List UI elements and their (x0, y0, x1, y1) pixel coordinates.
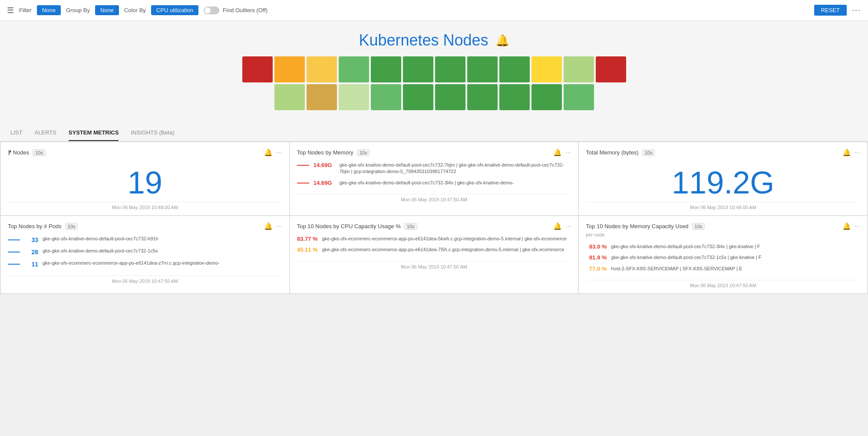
filter-button[interactable]: None (37, 5, 61, 15)
card-top-nodes-pods: Top Nodes by # Pods 10s 🔔 ··· 33 gke-gke… (1, 216, 289, 293)
tile-row1-10[interactable] (564, 56, 594, 82)
hero-section: Kubernetes Nodes 🔔 (0, 21, 868, 124)
tile-row1-5[interactable] (403, 56, 433, 82)
line-indicator (8, 239, 20, 240)
bell-icon[interactable]: 🔔 (553, 148, 562, 157)
find-outliers-toggle[interactable] (204, 7, 219, 14)
line-indicator (8, 252, 20, 252)
list-item: 11 gke-gke-sfx-ecommerc-ecommerce-app-po… (8, 260, 282, 268)
card-timestamp: Mon 06 May 2019 10:48:00 AM (8, 202, 282, 210)
card-total-memory: Total Memory (bytes) 10s 🔔 ··· 119.2G Mo… (579, 142, 867, 215)
more-icon[interactable]: ··· (855, 223, 860, 230)
tab-list[interactable]: LIST (10, 124, 22, 141)
tile-row1-11[interactable] (596, 56, 626, 82)
card-top-10-memory-capacity: Top 10 Nodes by Memory Capacity Used 10s… (579, 216, 867, 293)
tab-alerts[interactable]: ALERTS (34, 124, 56, 141)
bell-icon[interactable]: 🔔 (495, 34, 509, 47)
metric-value: 77.0 % (586, 266, 607, 272)
metric-label: gke-gke-sfx-ecommerc-ecommerce-app-po-e6… (322, 236, 567, 242)
tile-row1-8[interactable] (499, 56, 530, 82)
reset-button[interactable]: RESET (814, 5, 847, 16)
tiles-row-1 (242, 56, 626, 82)
list-item: 77.0 % host-2-SFX-K8S-SERVICEMAP | SFX-K… (586, 266, 860, 272)
tile-row2-9[interactable] (564, 84, 594, 110)
tile-row2-3[interactable] (371, 84, 401, 110)
metric-value: 11 (23, 261, 38, 268)
more-button[interactable]: ··· (852, 6, 861, 15)
more-icon[interactable]: ··· (855, 149, 860, 157)
bell-icon[interactable]: 🔔 (842, 148, 851, 157)
list-item: 14.69G gke-gke-sfx-knative-demo-default-… (297, 180, 571, 186)
more-icon[interactable]: ··· (565, 223, 571, 230)
find-outliers-toggle-group: Find Outliers (Off) (204, 7, 267, 14)
tile-row2-8[interactable] (531, 84, 562, 110)
filter-label: Filter (19, 7, 32, 13)
toggle-knob (205, 7, 211, 13)
card-badge: 10s (357, 149, 370, 156)
more-icon[interactable]: ··· (565, 149, 571, 157)
list-item: 33 gke-gke-sfx-knative-demo-default-pool… (8, 236, 282, 243)
tile-row2-4[interactable] (403, 84, 433, 110)
more-icon[interactable]: ··· (276, 223, 282, 230)
card-header: ⁋ Nodes 10s 🔔 ··· (8, 148, 282, 157)
metrics-grid: ⁋ Nodes 10s 🔔 ··· 19 Mon 06 May 2019 10:… (0, 141, 868, 294)
hamburger-icon[interactable]: ☰ (7, 6, 14, 15)
tile-row2-2[interactable] (339, 84, 369, 110)
line-indicator (8, 264, 20, 265)
list-item: 83.0 % gke-gke-sfx-knative-demo-default-… (586, 243, 860, 250)
card-actions: 🔔 ··· (553, 148, 571, 157)
color-by-button[interactable]: CPU utilization (151, 5, 198, 15)
tiles-container (242, 56, 626, 110)
card-timestamp: Mon 06 May 2019 10:47:50 AM (586, 280, 860, 288)
tabs-bar: LIST ALERTS SYSTEM METRICS INSIGHTS (Bet… (0, 124, 868, 141)
tile-row1-0[interactable] (242, 56, 273, 82)
card-top-nodes-memory: Top Nodes by Memory 10s 🔔 ··· 14.69G gke… (290, 142, 578, 215)
card-header: Top Nodes by # Pods 10s 🔔 ··· (8, 222, 282, 230)
card-actions: 🔔 ··· (264, 222, 282, 230)
tile-row1-2[interactable] (307, 56, 337, 82)
card-timestamp: Mon 06 May 2019 10:48:00 AM (586, 202, 860, 210)
tile-row1-6[interactable] (435, 56, 465, 82)
card-actions: 🔔 ··· (842, 148, 860, 157)
more-icon[interactable]: ··· (276, 149, 282, 157)
card-header: Total Memory (bytes) 10s 🔔 ··· (586, 148, 860, 157)
list-item: 28 gke-gke-sfx-knative-demo-default-pool… (8, 248, 282, 256)
tab-insights[interactable]: INSIGHTS (Beta) (131, 124, 174, 141)
tile-row1-4[interactable] (371, 56, 401, 82)
bell-icon[interactable]: 🔔 (264, 148, 273, 157)
tile-row2-1[interactable] (307, 84, 337, 110)
metric-label: gke-gke-sfx-ecommerc-ecommerce-app-po-e6… (43, 260, 220, 266)
big-number: 119.2G (586, 158, 860, 202)
card-title: Top 10 Nodes by CPU Capacity Usage % (297, 223, 401, 229)
metric-value: 83.77 % (297, 236, 318, 242)
tile-row2-6[interactable] (467, 84, 498, 110)
card-actions: 🔔 ··· (553, 222, 571, 230)
card-badge: 10s (65, 223, 78, 230)
card-title: ⁋ Nodes (8, 149, 29, 156)
tile-row1-1[interactable] (274, 56, 305, 82)
tab-system-metrics[interactable]: SYSTEM METRICS (69, 124, 119, 141)
tile-row1-9[interactable] (531, 56, 562, 82)
metric-label: gke-gke-sfx-knative-demo-default-pool-ce… (611, 243, 760, 250)
tile-row2-5[interactable] (435, 84, 465, 110)
tile-row2-0[interactable] (274, 84, 305, 110)
tile-row2-7[interactable] (499, 84, 530, 110)
tile-row1-7[interactable] (467, 56, 498, 82)
card-timestamp: Mon 06 May 2019 10:47:50 AM (297, 261, 571, 269)
card-badge: 10s (404, 223, 417, 230)
metric-value: 28 (23, 249, 38, 256)
tiles-row-2 (274, 84, 594, 110)
card-top-10-cpu: Top 10 Nodes by CPU Capacity Usage % 10s… (290, 216, 578, 293)
line-indicator (297, 165, 309, 166)
card-actions: 🔔 ··· (264, 148, 282, 157)
metric-label: gke-gke-sfx-knative-demo-default-pool-ce… (340, 180, 514, 186)
metric-list: 33 gke-gke-sfx-knative-demo-default-pool… (8, 232, 282, 275)
tile-row1-3[interactable] (339, 56, 369, 82)
card-header: Top 10 Nodes by CPU Capacity Usage % 10s… (297, 222, 571, 230)
bell-icon[interactable]: 🔔 (553, 222, 562, 230)
group-by-button[interactable]: None (95, 5, 119, 15)
color-by-label: Color By (124, 7, 146, 13)
metric-label: gke-gke-sfx-knative-demo-default-pool-ce… (611, 254, 761, 261)
bell-icon[interactable]: 🔔 (264, 222, 273, 230)
bell-icon[interactable]: 🔔 (842, 222, 851, 230)
